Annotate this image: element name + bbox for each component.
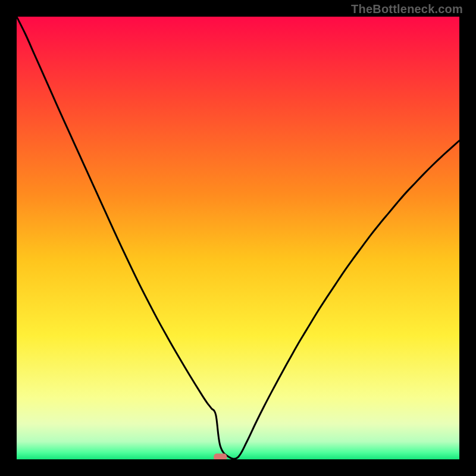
minimum-marker (214, 453, 227, 459)
chart-frame: TheBottleneck.com (0, 0, 476, 476)
chart-background (17, 17, 459, 459)
chart-svg (17, 17, 459, 459)
chart-plot-area (17, 17, 459, 459)
watermark-text: TheBottleneck.com (351, 2, 463, 16)
